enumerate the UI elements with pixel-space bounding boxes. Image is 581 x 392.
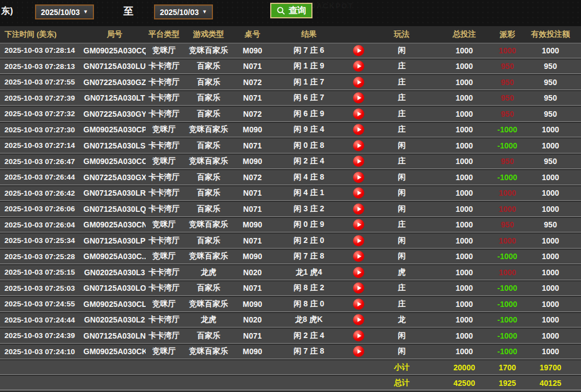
play-icon[interactable] <box>353 204 364 215</box>
round-id: GN07225A030GZ <box>83 78 146 87</box>
table-row: 2025-10-03 07:26:04GM09025A030CN竞咪厅竞咪百家乐… <box>0 218 581 233</box>
play-type: 龙 <box>370 315 434 325</box>
total-bet: 1000 <box>434 141 495 150</box>
bet-records-table: 下注时间 (美东)局号平台类型游戏类型桌号结果玩法总投注派彩有效投注额 2025… <box>0 26 581 390</box>
play-icon[interactable] <box>353 235 364 246</box>
valid-bet: 1000 <box>520 284 581 292</box>
col-play-type: 玩法 <box>370 29 434 39</box>
table-header-row: 下注时间 (美东)局号平台类型游戏类型桌号结果玩法总投注派彩有效投注额 <box>0 26 581 43</box>
play-icon[interactable] <box>353 140 364 151</box>
play-icon[interactable] <box>353 172 364 183</box>
total-bet: 1000 <box>434 93 495 102</box>
result: 闲 8 庄 2 <box>270 283 347 293</box>
play-icon[interactable] <box>353 346 364 357</box>
valid-bet: 1000 <box>520 331 581 340</box>
play-icon[interactable] <box>353 187 364 199</box>
result: 闲 8 庄 0 <box>270 299 347 309</box>
valid-bet: 950 <box>520 220 581 229</box>
game-type: 百家乐 <box>182 331 235 341</box>
game-type: 竞咪百家乐 <box>182 220 235 230</box>
total-label: 总计 <box>370 378 434 388</box>
table-id: N020 <box>235 268 270 277</box>
date-from-select[interactable]: 2025/10/03 ▼ <box>35 4 94 19</box>
play-icon[interactable] <box>353 156 364 167</box>
platform-type: 竞咪厅 <box>146 251 182 261</box>
play-icon[interactable] <box>353 61 364 72</box>
platform-type: 卡卡湾厅 <box>146 204 182 214</box>
replay-cell <box>347 267 370 278</box>
bet-time: 2025-10-03 07:26:44 <box>0 173 83 181</box>
replay-cell <box>347 45 370 56</box>
play-icon[interactable] <box>353 282 364 294</box>
col-table-id: 桌号 <box>235 29 270 39</box>
bet-time: 2025-10-03 07:27:30 <box>0 126 83 134</box>
play-icon[interactable] <box>353 251 364 262</box>
replay-cell <box>347 251 370 262</box>
payout: -1000 <box>495 284 520 292</box>
platform-type: 卡卡湾厅 <box>146 77 182 87</box>
subtotal-valid-bet: 19700 <box>520 363 581 372</box>
round-id: GM09025A030CQ <box>83 46 146 55</box>
play-icon[interactable] <box>353 299 364 310</box>
round-id: GM09025A030CN <box>83 220 146 229</box>
result: 闲 6 庄 7 <box>270 93 347 103</box>
round-id: GN07225A030GY <box>83 110 146 118</box>
replay-cell <box>347 140 370 151</box>
chevron-down-icon: ▼ <box>83 9 88 14</box>
play-icon[interactable] <box>353 108 364 120</box>
payout: -1000 <box>495 252 520 261</box>
play-icon[interactable] <box>353 45 364 56</box>
table-row: 2025-10-03 07:25:34GN07125A030LP卡卡湾厅百家乐N… <box>0 234 581 249</box>
table-row: 2025-10-03 07:27:32GN07225A030GY卡卡湾厅百家乐N… <box>0 107 581 122</box>
total-bet: 1000 <box>434 220 495 229</box>
query-button[interactable]: 查询 <box>270 3 312 18</box>
platform-type: 竞咪厅 <box>146 156 182 166</box>
play-icon[interactable] <box>353 330 364 341</box>
play-icon[interactable] <box>353 314 364 325</box>
chevron-down-icon: ▼ <box>202 9 207 14</box>
table-row: 2025-10-03 07:27:14GN07125A030LS卡卡湾厅百家乐N… <box>0 138 581 153</box>
play-type: 庄 <box>370 61 434 71</box>
date-to-value: 2025/10/03 <box>160 8 199 17</box>
round-id: GN07125A030LP <box>83 236 146 245</box>
bet-time: 2025-10-03 07:24:44 <box>0 316 83 324</box>
payout: -1000 <box>495 141 520 150</box>
play-type: 庄 <box>370 93 434 103</box>
play-type: 庄 <box>370 220 434 230</box>
round-id: GN07125A030LR <box>83 188 146 197</box>
total-bet: 1000 <box>434 347 495 356</box>
total-bet: 1000 <box>434 125 495 134</box>
to-label: 至 <box>123 4 133 18</box>
valid-bet: 1000 <box>520 46 581 55</box>
table-row: 2025-10-03 07:24:44GN02025A030L2卡卡湾厅龙虎N0… <box>0 313 581 328</box>
play-icon[interactable] <box>353 92 364 103</box>
table-row: 2025-10-03 07:27:39GN07125A030LT卡卡湾厅百家乐N… <box>0 91 581 106</box>
total-bet: 1000 <box>434 300 495 309</box>
col-valid-bet: 有效投注额 <box>520 29 581 39</box>
payout: 1000 <box>495 46 520 55</box>
play-icon[interactable] <box>353 267 364 278</box>
date-to-select[interactable]: 2025/10/03 ▼ <box>154 4 213 19</box>
table-row: 2025-10-03 07:26:06GN07125A030LQ卡卡湾厅百家乐N… <box>0 202 581 217</box>
valid-bet: 1000 <box>520 315 581 324</box>
play-icon[interactable] <box>353 124 364 135</box>
game-type: 竞咪百家乐 <box>182 346 235 356</box>
play-icon[interactable] <box>353 219 364 230</box>
bet-time: 2025-10-03 07:24:10 <box>0 348 83 356</box>
platform-type: 竞咪厅 <box>146 346 182 356</box>
play-type: 庄 <box>370 156 434 166</box>
result: 闲 7 庄 8 <box>270 346 347 356</box>
result: 闲 1 庄 9 <box>270 61 347 71</box>
table-row: 2025-10-03 07:24:10GM09025A030CK竞咪厅竞咪百家乐… <box>0 345 581 360</box>
play-icon[interactable] <box>353 77 364 88</box>
table-row: 2025-10-03 07:25:28GM09025A030C...竞咪厅竞咪百… <box>0 250 581 265</box>
subtotal-payout: 1700 <box>495 363 520 372</box>
col-result: 结果 <box>270 29 347 39</box>
valid-bet: 1000 <box>520 236 581 245</box>
subtotal-total-bet: 20000 <box>434 363 495 372</box>
table-row: 2025-10-03 07:26:47GM09025A030CO竞咪厅竞咪百家乐… <box>0 155 581 170</box>
replay-cell <box>347 61 370 72</box>
bet-time: 2025-10-03 07:27:14 <box>0 141 83 150</box>
replay-cell <box>347 92 370 103</box>
valid-bet: 1000 <box>520 300 581 309</box>
